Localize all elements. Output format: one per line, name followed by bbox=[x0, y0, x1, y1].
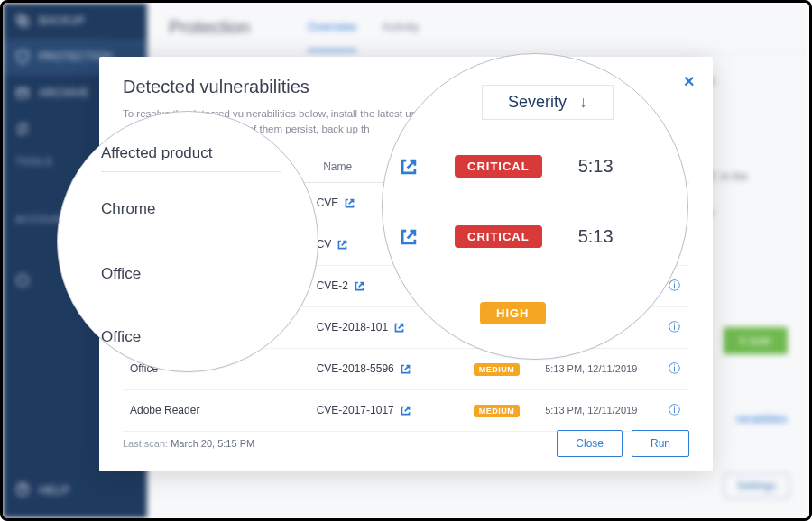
external-link-icon[interactable] bbox=[400, 363, 411, 375]
info-icon[interactable]: ⓘ bbox=[669, 320, 680, 334]
external-link-icon[interactable] bbox=[344, 197, 355, 209]
main-header: Protection Overview Activity bbox=[147, 3, 809, 53]
settings-button[interactable]: Settings bbox=[724, 473, 789, 498]
sidebar-item-help[interactable]: HELP bbox=[3, 473, 82, 506]
cell-info: ⓘ bbox=[669, 361, 689, 377]
external-link-icon[interactable] bbox=[400, 405, 411, 416]
info-icon[interactable]: ⓘ bbox=[669, 361, 680, 375]
info-icon[interactable]: ⓘ bbox=[669, 279, 680, 292]
external-link-icon[interactable] bbox=[399, 227, 419, 247]
external-link-icon[interactable] bbox=[399, 157, 419, 177]
info-icon[interactable]: ⓘ bbox=[669, 403, 680, 416]
run-button[interactable]: Run bbox=[632, 430, 689, 457]
cell-severity: MEDIUM bbox=[448, 362, 545, 376]
external-link-icon[interactable] bbox=[393, 322, 405, 334]
lens-product-item: Office bbox=[101, 265, 141, 283]
sidebar-item-backup[interactable]: BACKUP bbox=[3, 3, 147, 39]
circle-icon bbox=[15, 273, 30, 288]
app-window: — □ ✕ BACKUP PROTECTION ARCHIVE bbox=[0, 0, 812, 521]
lens-product-item: Chrome bbox=[101, 200, 155, 218]
lens-time: 5:13 bbox=[578, 156, 614, 177]
cell-info: ⓘ bbox=[669, 402, 689, 418]
hint-text: ful bbox=[703, 75, 793, 87]
severity-badge: MEDIUM bbox=[474, 363, 521, 376]
lens-time: 5:13 bbox=[578, 226, 614, 247]
cell-name: CVE-2018-101 bbox=[317, 321, 448, 334]
cell-name: CVE-2018-5596 bbox=[317, 362, 448, 375]
external-link-icon[interactable] bbox=[337, 239, 348, 251]
lens-product-item: Office bbox=[101, 328, 141, 346]
backup-icon bbox=[15, 14, 30, 28]
page-title: Protection bbox=[169, 17, 250, 38]
shield-icon bbox=[15, 50, 30, 64]
tab-activity[interactable]: Activity bbox=[382, 4, 419, 51]
scan-button[interactable]: k scan bbox=[724, 327, 788, 354]
vulnerabilities-link[interactable]: nerabilities bbox=[736, 413, 788, 425]
table-row[interactable]: Adobe ReaderCVE-2017-1017 MEDIUM5:13 PM,… bbox=[123, 390, 689, 432]
severity-badge: MEDIUM bbox=[474, 405, 521, 417]
cell-name: CVE-2017-1017 bbox=[317, 404, 448, 416]
cell-severity: MEDIUM bbox=[448, 404, 545, 417]
last-scan-text: Last scan: March 20, 5:15 PM bbox=[123, 438, 254, 449]
close-icon[interactable]: ✕ bbox=[683, 73, 695, 90]
right-hints: ful PC in the ks bbox=[703, 75, 793, 219]
magnifier-right: Severity ↓ CRITICAL 5:13 CRITICAL 5:13 H… bbox=[382, 53, 688, 360]
magnifier-left: Affected product Chrome Office Office bbox=[57, 111, 318, 372]
sort-descending-icon: ↓ bbox=[579, 93, 587, 112]
cell-date: 5:13 PM, 12/11/2019 bbox=[545, 405, 668, 416]
cell-product: Adobe Reader bbox=[123, 404, 317, 416]
lens-header-product: Affected product bbox=[101, 144, 281, 172]
cell-info: ⓘ bbox=[669, 319, 689, 335]
hint-text: PC in the bbox=[703, 170, 793, 183]
modal-footer: Last scan: March 20, 5:15 PM Close Run bbox=[123, 430, 689, 457]
svg-point-3 bbox=[17, 275, 28, 286]
tab-overview[interactable]: Overview bbox=[308, 4, 356, 51]
severity-badge: CRITICAL bbox=[455, 155, 542, 178]
cell-info: ⓘ bbox=[669, 278, 689, 294]
sidebar-item-label: BACKUP bbox=[39, 14, 85, 27]
hint-text: ks bbox=[703, 206, 793, 219]
lens-header-severity: Severity ↓ bbox=[482, 85, 614, 120]
archive-icon bbox=[15, 86, 30, 100]
external-link-icon[interactable] bbox=[354, 280, 365, 292]
sidebar-item-label: ARCHIVE bbox=[39, 87, 88, 99]
close-button[interactable]: Close bbox=[557, 430, 623, 457]
sync-icon bbox=[15, 122, 30, 136]
help-icon bbox=[15, 482, 30, 497]
sidebar-item-label: HELP bbox=[39, 483, 69, 497]
severity-badge: CRITICAL bbox=[455, 225, 542, 248]
cell-date: 5:13 PM, 12/11/2019 bbox=[545, 363, 668, 374]
main-tabs: Overview Activity bbox=[308, 4, 419, 51]
severity-badge: HIGH bbox=[480, 302, 546, 324]
